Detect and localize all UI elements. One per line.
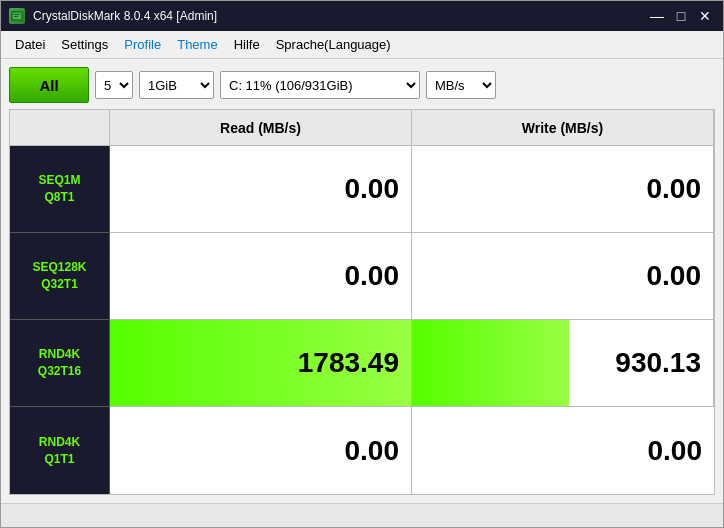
row-label-rnd4k-q1: RND4K Q1T1 [10,407,110,494]
menu-datei[interactable]: Datei [7,34,53,55]
header-read: Read (MB/s) [110,110,412,146]
run-button[interactable]: All [9,67,89,103]
seq128k-write: 0.00 [412,233,714,320]
header-write: Write (MB/s) [412,110,714,146]
title-bar: CrystalDiskMark 8.0.4 x64 [Admin] — □ ✕ [1,1,723,31]
menu-language[interactable]: Sprache(Language) [268,34,399,55]
benchmark-table: Read (MB/s) Write (MB/s) SEQ1M Q8T1 0.00… [9,109,715,495]
rnd4k-q32-write: 930.13 [412,320,714,407]
menu-bar: Datei Settings Profile Theme Hilfe Sprac… [1,31,723,59]
row-label-rnd4k-q32: RND4K Q32T16 [10,320,110,407]
rnd4k-q1-write: 0.00 [412,407,714,494]
close-button[interactable]: ✕ [695,6,715,26]
main-content: All 5 1 3 9 1GiB 512MiB 2GiB 4GiB C: 11%… [1,59,723,503]
window-controls: — □ ✕ [647,6,715,26]
menu-settings[interactable]: Settings [53,34,116,55]
seq1m-read: 0.00 [110,146,412,233]
svg-rect-2 [14,14,20,15]
menu-theme[interactable]: Theme [169,34,225,55]
controls-row: All 5 1 3 9 1GiB 512MiB 2GiB 4GiB C: 11%… [9,67,715,103]
minimize-button[interactable]: — [647,6,667,26]
title-bar-left: CrystalDiskMark 8.0.4 x64 [Admin] [9,8,217,24]
row-label-seq128k: SEQ128K Q32T1 [10,233,110,320]
menu-hilfe[interactable]: Hilfe [226,34,268,55]
header-empty [10,110,110,146]
count-select[interactable]: 5 1 3 9 [95,71,133,99]
svg-rect-3 [14,16,18,17]
menu-profile[interactable]: Profile [116,34,169,55]
seq128k-read: 0.00 [110,233,412,320]
unit-select[interactable]: MB/s GB/s IOPS [426,71,496,99]
window-title: CrystalDiskMark 8.0.4 x64 [Admin] [33,9,217,23]
main-window: CrystalDiskMark 8.0.4 x64 [Admin] — □ ✕ … [0,0,724,528]
rnd4k-q1-read: 0.00 [110,407,412,494]
drive-select[interactable]: C: 11% (106/931GiB) [220,71,420,99]
status-bar [1,503,723,527]
seq1m-write: 0.00 [412,146,714,233]
maximize-button[interactable]: □ [671,6,691,26]
row-label-seq1m: SEQ1M Q8T1 [10,146,110,233]
app-icon [9,8,25,24]
rnd4k-q32-read: 1783.49 [110,320,412,407]
size-select[interactable]: 1GiB 512MiB 2GiB 4GiB [139,71,214,99]
